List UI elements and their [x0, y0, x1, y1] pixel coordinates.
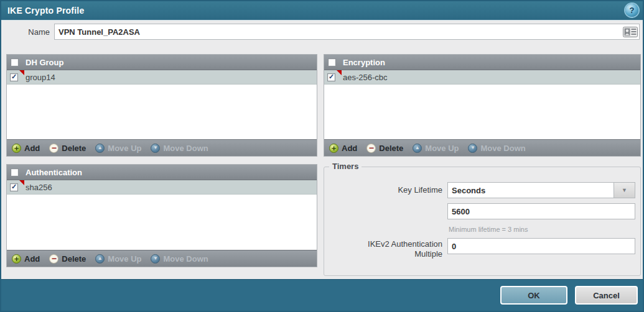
encryption-toolbar: + Add − Delete ▲ Move Up ▼ Move Down: [324, 139, 640, 156]
dh-group-header: DH Group: [7, 55, 317, 70]
authentication-list: ✓ sha256: [7, 180, 317, 250]
key-lifetime-value-input[interactable]: [447, 203, 635, 219]
list-item[interactable]: ✓ sha256: [7, 180, 317, 195]
dialog-titlebar: IKE Crypto Profile: [1, 1, 643, 21]
move-up-icon: ▲: [95, 144, 105, 153]
panel-title: Encryption: [343, 58, 385, 67]
dh-group-list: ✓ group14: [7, 70, 317, 139]
timers-legend: Timers: [329, 162, 362, 171]
move-up-icon: ▲: [95, 254, 105, 264]
name-input[interactable]: [54, 24, 640, 40]
add-icon: +: [329, 144, 338, 153]
list-item[interactable]: ✓ aes-256-cbc: [324, 70, 640, 85]
spacer-label: [324, 203, 447, 206]
button-label: Move Down: [480, 144, 525, 153]
move-down-button[interactable]: ▼ Move Down: [151, 254, 208, 264]
dh-group-toolbar: + Add − Delete ▲ Move Up ▼ Move Down: [7, 139, 317, 156]
authentication-header: Authentication: [7, 165, 317, 180]
add-button[interactable]: + Add: [12, 144, 40, 153]
ikev2-auth-multiple-input[interactable]: [447, 238, 635, 254]
delete-button[interactable]: − Delete: [49, 254, 86, 264]
move-down-button[interactable]: ▼ Move Down: [151, 144, 208, 153]
button-label: Delete: [379, 144, 403, 153]
ike-crypto-profile-dialog: IKE Crypto Profile ? Name DH Group ✓ gro…: [0, 0, 644, 312]
button-label: Add: [24, 144, 40, 153]
question-mark-glyph: ?: [630, 6, 635, 14]
ok-button[interactable]: OK: [500, 286, 567, 305]
panel-title: Authentication: [26, 168, 82, 177]
key-lifetime-unit-value[interactable]: Seconds: [447, 182, 614, 198]
checkbox-checked-icon[interactable]: ✓: [10, 73, 18, 81]
delete-button[interactable]: − Delete: [366, 144, 403, 153]
item-label: aes-256-cbc: [343, 73, 388, 82]
authentication-toolbar: + Add − Delete ▲ Move Up ▼ Move Down: [7, 250, 317, 267]
delete-button[interactable]: − Delete: [49, 144, 86, 153]
move-up-button[interactable]: ▲ Move Up: [95, 254, 141, 264]
button-label: Add: [24, 254, 40, 264]
spacer-label: [324, 226, 447, 229]
timers-section: Timers Key Lifetime Seconds ▼ Minimum li…: [324, 167, 641, 276]
move-down-icon: ▼: [151, 144, 160, 153]
move-up-button[interactable]: ▲ Move Up: [413, 144, 459, 153]
key-lifetime-unit-select[interactable]: Seconds ▼: [447, 182, 635, 198]
delete-icon: −: [49, 144, 58, 153]
button-label: Add: [342, 144, 357, 153]
button-label: Move Up: [108, 144, 141, 153]
item-label: group14: [26, 73, 55, 82]
list-item[interactable]: ✓ group14: [7, 70, 317, 85]
dh-group-panel: DH Group ✓ group14 + Add − Delete ▲ Move…: [6, 54, 317, 157]
delete-icon: −: [366, 144, 376, 153]
add-button[interactable]: + Add: [329, 144, 357, 153]
add-icon: +: [12, 254, 21, 264]
encryption-header: Encryption: [324, 55, 640, 70]
select-all-checkbox[interactable]: [328, 58, 336, 67]
name-label: Name: [1, 27, 50, 37]
encryption-list: ✓ aes-256-cbc: [324, 70, 640, 139]
add-icon: +: [12, 144, 21, 153]
checkbox-checked-icon[interactable]: ✓: [327, 73, 335, 81]
select-all-checkbox[interactable]: [11, 58, 19, 67]
modified-flag-icon: [337, 70, 342, 75]
button-label: Delete: [62, 254, 86, 264]
authentication-panel: Authentication ✓ sha256 + Add − Delete ▲…: [6, 164, 317, 267]
min-lifetime-note: Minimum lifetime = 3 mins: [447, 226, 528, 233]
move-up-icon: ▲: [413, 144, 422, 153]
ikev2-auth-multiple-label: IKEv2 Authentication Multiple: [324, 238, 447, 259]
panel-title: DH Group: [26, 58, 63, 67]
add-button[interactable]: + Add: [12, 254, 40, 264]
select-all-checkbox[interactable]: [11, 168, 19, 177]
encryption-panel: Encryption ✓ aes-256-cbc + Add − Delete …: [324, 54, 641, 157]
dialog-footer: OK Cancel: [1, 279, 643, 311]
dropdown-button[interactable]: ▼: [614, 182, 635, 198]
cancel-button[interactable]: Cancel: [575, 286, 638, 305]
checkbox-checked-icon[interactable]: ✓: [10, 183, 18, 191]
dialog-title: IKE Crypto Profile: [1, 6, 84, 16]
button-label: Move Up: [425, 144, 459, 153]
move-down-icon: ▼: [468, 144, 477, 153]
move-up-button[interactable]: ▲ Move Up: [95, 144, 141, 153]
move-down-icon: ▼: [151, 254, 160, 264]
delete-icon: −: [49, 254, 58, 264]
item-label: sha256: [26, 183, 52, 192]
chevron-down-icon: ▼: [622, 188, 627, 193]
modified-flag-icon: [19, 180, 24, 185]
modified-flag-icon: [19, 70, 24, 75]
button-label: Move Up: [108, 254, 141, 264]
button-label: Move Down: [163, 254, 208, 264]
profile-card-icon[interactable]: [623, 27, 638, 37]
help-icon[interactable]: ?: [625, 4, 638, 17]
move-down-button[interactable]: ▼ Move Down: [468, 144, 525, 153]
button-label: Move Down: [163, 144, 208, 153]
key-lifetime-label: Key Lifetime: [324, 182, 447, 195]
button-label: Delete: [62, 144, 86, 153]
